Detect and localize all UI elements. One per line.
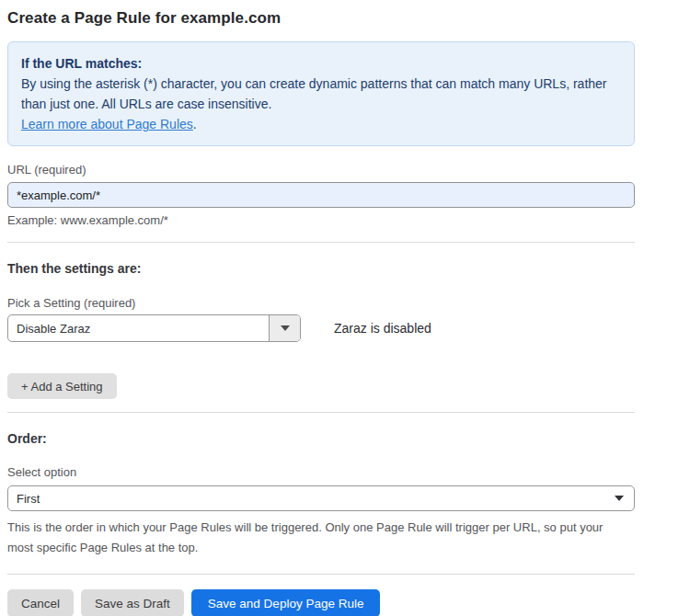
info-box-link-line: Learn more about Page Rules. (21, 114, 621, 134)
setting-select[interactable]: Disable Zaraz (7, 314, 301, 342)
setting-select-value: Disable Zaraz (8, 315, 269, 341)
page-rule-form: Create a Page Rule for example.com If th… (7, 0, 635, 616)
chevron-down-icon (615, 496, 624, 501)
section-divider (7, 242, 635, 243)
order-help-text: This is the order in which your Page Rul… (7, 518, 628, 558)
order-select-value: First (17, 492, 40, 506)
page-title: Create a Page Rule for example.com (7, 9, 635, 28)
save-deploy-button[interactable]: Save and Deploy Page Rule (191, 589, 381, 616)
order-select-label: Select option (7, 465, 635, 479)
url-field-hint: Example: www.example.com/* (7, 213, 635, 227)
cancel-button[interactable]: Cancel (7, 589, 74, 616)
learn-more-link[interactable]: Learn more about Page Rules (21, 117, 193, 131)
section-divider (7, 412, 635, 413)
section-divider (7, 574, 635, 575)
settings-section-heading: Then the settings are: (7, 261, 635, 276)
url-match-info-box: If the URL matches: By using the asteris… (7, 41, 635, 146)
setting-picker-label: Pick a Setting (required) (7, 296, 635, 310)
add-setting-button[interactable]: + Add a Setting (7, 373, 117, 399)
chevron-down-icon (281, 325, 290, 331)
setting-status-text: Zaraz is disabled (334, 321, 431, 336)
link-suffix: . (193, 117, 197, 131)
setting-picker-row: Disable Zaraz Zaraz is disabled (7, 314, 635, 342)
setting-select-arrow-button[interactable] (269, 315, 300, 341)
url-input[interactable] (7, 182, 635, 208)
save-draft-button[interactable]: Save as Draft (81, 589, 184, 616)
order-section-heading: Order: (7, 431, 635, 446)
info-box-body: By using the asterisk (*) character, you… (21, 74, 621, 114)
info-box-heading: If the URL matches: (21, 53, 621, 74)
order-select[interactable]: First (7, 485, 635, 511)
url-field-label: URL (required) (7, 163, 635, 177)
form-actions: Cancel Save as Draft Save and Deploy Pag… (7, 589, 635, 616)
